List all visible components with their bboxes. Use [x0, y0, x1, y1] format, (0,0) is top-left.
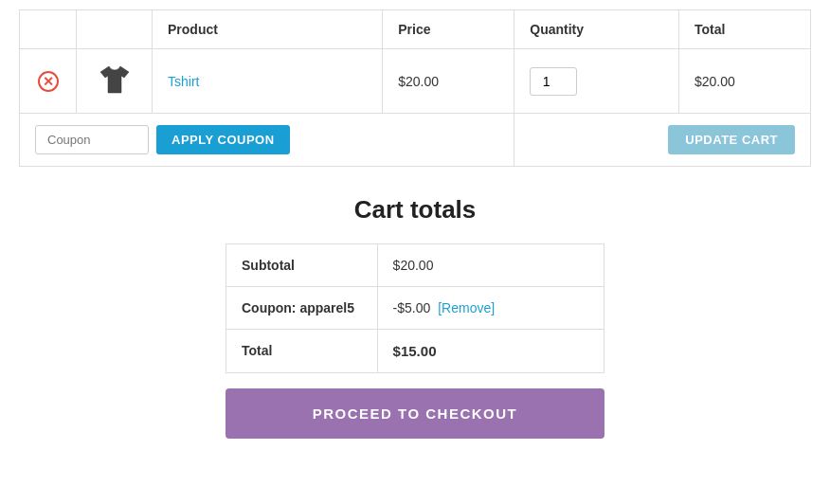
update-cart-cell: UPDATE CART — [514, 114, 811, 167]
product-price-cell: $20.00 — [383, 49, 514, 114]
totals-table: Subtotal $20.00 Coupon: apparel5 -$5.00 … — [226, 243, 604, 373]
apply-coupon-button[interactable]: APPLY COUPON — [156, 125, 290, 154]
coupon-input[interactable] — [35, 125, 149, 154]
total-value: $15.00 — [377, 330, 604, 373]
coupon-totals-label: Coupon: apparel5 — [226, 287, 378, 330]
checkout-button[interactable]: PROCEED TO CHECKOUT — [226, 388, 604, 439]
col-header-price: Price — [383, 10, 514, 49]
coupon-remove-link[interactable]: [Remove] — [438, 300, 495, 315]
col-header-quantity: Quantity — [514, 10, 679, 49]
update-cart-button[interactable]: UPDATE CART — [668, 125, 795, 154]
col-header-remove — [20, 10, 77, 49]
remove-cell: ✕ — [20, 49, 77, 114]
cart-totals-section: Cart totals Subtotal $20.00 Coupon: appa… — [216, 195, 614, 439]
cart-table: Product Price Quantity Total ✕ Tshirt $2… — [19, 9, 811, 167]
subtotal-value: $20.00 — [377, 244, 604, 287]
col-header-image — [77, 10, 153, 49]
col-header-total: Total — [679, 10, 811, 49]
coupon-cell: APPLY COUPON — [20, 114, 514, 167]
subtotal-row: Subtotal $20.00 — [226, 244, 604, 287]
product-image-cell — [77, 49, 153, 114]
col-header-product: Product — [153, 10, 383, 49]
coupon-totals-value-cell: -$5.00 [Remove] — [377, 287, 604, 330]
product-link[interactable]: Tshirt — [168, 74, 199, 89]
coupon-row: APPLY COUPON UPDATE CART — [20, 114, 811, 167]
product-quantity-cell — [514, 49, 679, 114]
product-name-cell: Tshirt — [153, 49, 383, 114]
remove-item-button[interactable]: ✕ — [38, 71, 59, 92]
product-total-cell: $20.00 — [679, 49, 811, 114]
table-row: ✕ Tshirt $20.00 $20.00 — [20, 49, 811, 114]
subtotal-label: Subtotal — [226, 244, 378, 287]
total-row: Total $15.00 — [226, 330, 604, 373]
coupon-discount-value: -$5.00 — [393, 300, 431, 315]
total-label: Total — [226, 330, 378, 373]
cart-totals-title: Cart totals — [226, 195, 604, 225]
quantity-input[interactable] — [530, 67, 577, 96]
tshirt-icon — [96, 61, 134, 99]
coupon-totals-row: Coupon: apparel5 -$5.00 [Remove] — [226, 287, 604, 330]
coupon-area: APPLY COUPON — [35, 125, 498, 154]
